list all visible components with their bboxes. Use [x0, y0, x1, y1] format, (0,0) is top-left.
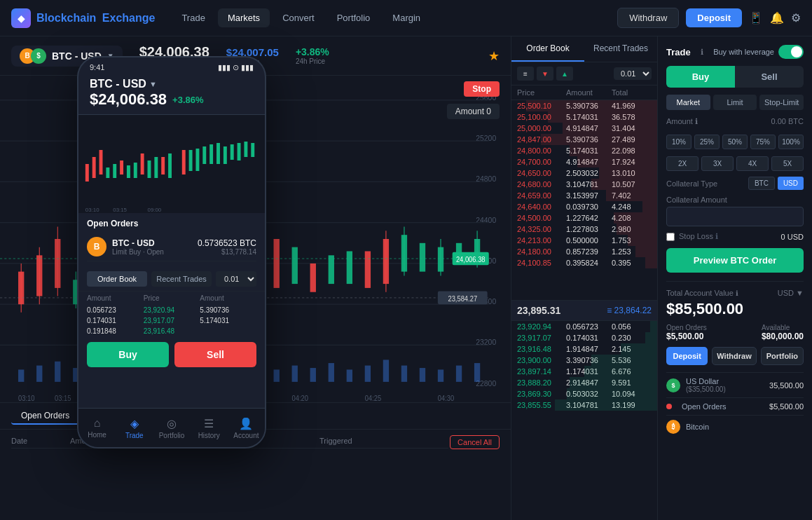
usd-sub: ($35,500.00) — [686, 385, 726, 393]
ob-bid-row[interactable]: 23,888.20 2.914847 9.591 — [511, 377, 657, 388]
ob-depth-green-bar — [567, 388, 657, 399]
nav-portfolio[interactable]: Portfolio — [327, 8, 380, 27]
panel-deposit-button[interactable]: Deposit — [666, 347, 708, 365]
mobile-nav-home[interactable]: ⌂ Home — [78, 409, 116, 447]
deposit-button[interactable]: Deposit — [686, 8, 742, 27]
mobile-nav-account[interactable]: 👤 Account — [228, 409, 265, 447]
ob-bid-price: 23,900.00 — [517, 356, 566, 364]
panel-withdraw-button[interactable]: Withdraw — [712, 347, 756, 365]
preview-order-button[interactable]: Preview BTC Order — [666, 248, 804, 273]
ob-ask-row[interactable]: 24,650.00 2.503032 13.010 — [511, 167, 657, 179]
svg-rect-74 — [329, 363, 334, 382]
ob-ask-row[interactable]: 24,659.00 3.153997 7.402 — [511, 190, 657, 201]
nav-trade[interactable]: Trade — [172, 8, 214, 27]
collateral-label: Collateral Type — [666, 179, 717, 188]
mobile-time: 9:41 — [90, 63, 104, 72]
mob-tab-recent-trades[interactable]: Recent Trades — [151, 271, 212, 287]
collateral-usd[interactable]: USD — [778, 177, 804, 190]
mobile-pair-arrow: ▼ — [149, 80, 157, 88]
ob-ask-price: 24,650.00 — [517, 169, 566, 177]
top-navigation: ◆ Blockchain Exchange Trade Markets Conv… — [0, 0, 812, 36]
ob-view-buy[interactable]: ▲ — [556, 67, 573, 81]
pct-100[interactable]: 100% — [778, 135, 804, 149]
mobile-icon[interactable]: 📱 — [749, 11, 763, 25]
pct-50[interactable]: 50% — [722, 135, 748, 149]
mob-row3-a: 0.191848 — [87, 327, 144, 335]
nav-margin[interactable]: Margin — [383, 8, 430, 27]
ob-ask-row[interactable]: 24,100.85 0.395824 0.395 — [511, 257, 657, 268]
mobile-nav-trade[interactable]: ◈ Trade — [116, 409, 153, 447]
leverage-5x[interactable]: 5X — [771, 156, 804, 171]
buy-button[interactable]: Buy — [666, 66, 735, 88]
svg-rect-72 — [292, 366, 298, 382]
mob-row1-price: 23,920.94 — [144, 306, 200, 314]
mobile-nav-history[interactable]: ☰ History — [191, 409, 228, 447]
nav-convert[interactable]: Convert — [273, 8, 324, 27]
ob-ask-row[interactable]: 24,680.00 3.104781 10.507 — [511, 179, 657, 190]
order-type-market[interactable]: Market — [666, 95, 710, 110]
order-type-limit[interactable]: Limit — [713, 95, 757, 110]
ob-depth-green-bar — [591, 355, 657, 366]
sell-button[interactable]: Sell — [735, 66, 804, 88]
ob-ask-row[interactable]: 25,500.10 5.390736 41.969 — [511, 100, 657, 111]
ob-ask-row[interactable]: 25,100.00 5.174031 36.578 — [511, 111, 657, 123]
usd-portfolio-icon: $ — [666, 378, 680, 392]
order-type-stop-limit[interactable]: Stop-Limit — [759, 95, 804, 110]
settings-icon[interactable]: ⚙ — [791, 11, 801, 25]
stop-loss-checkbox[interactable] — [666, 233, 675, 241]
pct-10[interactable]: 10% — [666, 135, 691, 149]
svg-rect-76 — [365, 366, 371, 382]
pct-25[interactable]: 25% — [694, 135, 720, 149]
ob-ask-row[interactable]: 24,213.00 0.500000 1.753 — [511, 235, 657, 246]
ob-bid-row[interactable]: 23,920.94 0.056723 0.056 — [511, 321, 657, 332]
ob-ask-row[interactable]: 24,640.00 0.039730 4.248 — [511, 201, 657, 212]
cancel-all-button[interactable]: Cancel All — [450, 435, 500, 449]
favorite-icon[interactable]: ★ — [488, 48, 500, 64]
ob-bid-row[interactable]: 23,900.00 3.390736 5.536 — [511, 355, 657, 366]
svg-rect-96 — [182, 150, 186, 175]
withdraw-button[interactable]: Withdraw — [617, 8, 679, 28]
trade-help-icon[interactable]: ℹ — [701, 48, 703, 57]
mobile-nav-portfolio[interactable]: ◎ Portfolio — [153, 409, 190, 447]
ob-bid-row[interactable]: 23,869.30 0.503032 10.094 — [511, 388, 657, 399]
panel-portfolio-button[interactable]: Portfolio — [761, 347, 804, 365]
ob-ask-row[interactable]: 24,180.00 0.857239 1.253 — [511, 246, 657, 257]
ob-ask-row[interactable]: 24,800.00 5.174031 22.098 — [511, 145, 657, 156]
available-stat: Available $80,000.00 — [762, 324, 804, 341]
ob-bid-row[interactable]: 23,855.55 3.104781 13.199 — [511, 399, 657, 411]
tab-order-book[interactable]: Order Book — [511, 36, 584, 62]
stop-button[interactable]: Stop — [464, 81, 500, 97]
mobile-sell-button[interactable]: Sell — [174, 342, 256, 367]
ob-view-all[interactable]: ≡ — [517, 67, 534, 81]
collateral-btc[interactable]: BTC — [748, 177, 775, 190]
ob-step-select[interactable]: 0.01 0.1 1 — [614, 67, 652, 80]
mob-tab-order-book[interactable]: Order Book — [87, 271, 147, 287]
ob-ask-row[interactable]: 24,500.00 1.227642 4.208 — [511, 212, 657, 224]
ob-depth-green-bar — [584, 366, 657, 377]
leverage-toggle-switch[interactable] — [778, 45, 804, 59]
open-orders-portfolio-info: Open Orders — [682, 402, 727, 411]
ob-bid-row[interactable]: 23,916.48 1.914847 2.145 — [511, 343, 657, 355]
tab-open-orders[interactable]: Open Orders — [11, 408, 79, 425]
ob-ask-row[interactable]: 24,325.00 1.227803 2.980 — [511, 224, 657, 235]
notification-icon[interactable]: 🔔 — [770, 11, 784, 25]
collateral-amount-input[interactable] — [666, 207, 804, 226]
tab-recent-trades[interactable]: Recent Trades — [584, 36, 657, 62]
leverage-3x[interactable]: 3X — [701, 156, 734, 171]
btc-name: Bitcoin — [686, 423, 709, 431]
ob-bid-row[interactable]: 23,917.07 0.174031 0.230 — [511, 332, 657, 343]
leverage-4x[interactable]: 4X — [736, 156, 769, 171]
ob-bid-total: 0.056 — [612, 322, 650, 331]
ob-ask-row[interactable]: 24,700.00 4.914847 17.924 — [511, 156, 657, 167]
pct-75[interactable]: 75% — [750, 135, 776, 149]
ob-ask-row[interactable]: 25,000.00 4.914847 31.404 — [511, 123, 657, 134]
nav-markets[interactable]: Markets — [218, 8, 270, 27]
ob-bid-row[interactable]: 23,897.14 1.174031 6.676 — [511, 366, 657, 377]
ob-view-sell[interactable]: ▼ — [537, 67, 553, 81]
mobile-buy-button[interactable]: Buy — [87, 342, 169, 367]
leverage-2x[interactable]: 2X — [666, 156, 699, 171]
ob-ask-row[interactable]: 24,847.00 5.390736 27.489 — [511, 134, 657, 145]
mob-step-select[interactable]: 0.01 — [216, 271, 256, 287]
trade-panel-title: Trade — [666, 47, 691, 57]
mob-row1-b: 5.390736 — [200, 306, 256, 314]
